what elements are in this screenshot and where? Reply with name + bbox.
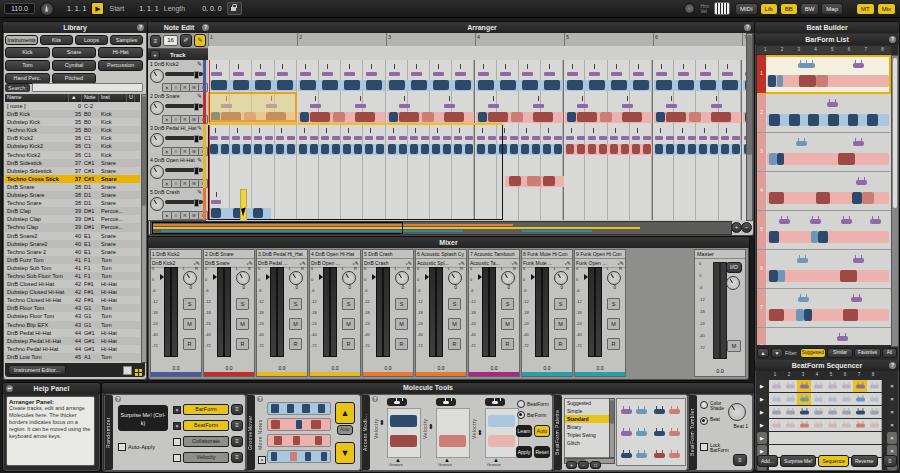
note-block[interactable] (600, 112, 612, 122)
groove-auto-button[interactable]: Auto (337, 425, 353, 435)
mode-button-mt[interactable]: MT (856, 3, 875, 15)
accent-note[interactable] (277, 72, 288, 76)
note-block[interactable] (510, 144, 518, 154)
accent-note[interactable] (300, 72, 311, 76)
sequencer-cell[interactable] (839, 393, 854, 405)
library-help-icon[interactable]: ? (137, 24, 144, 31)
lock-button[interactable] (227, 2, 242, 15)
reset-button[interactable]: Reset (534, 446, 550, 458)
accent-note[interactable] (443, 136, 451, 140)
track-edit-icon[interactable]: ✎ (197, 188, 202, 195)
accent-note[interactable] (232, 136, 240, 140)
note-block[interactable] (533, 112, 553, 122)
mute-button[interactable]: M (554, 318, 567, 330)
playhead-marker-button[interactable]: ▶ (91, 2, 104, 15)
sequencer-cell[interactable] (783, 432, 798, 444)
column-header-0[interactable]: Name (5, 94, 69, 102)
note-block[interactable] (300, 80, 316, 90)
item-menu-button[interactable]: ≡ (231, 436, 243, 447)
sequencer-cell[interactable] (839, 432, 854, 444)
accent-note[interactable] (554, 136, 562, 140)
accent-note[interactable] (355, 104, 366, 108)
accent-radio-barform[interactable]: BarForm (517, 411, 546, 419)
accent-note[interactable] (265, 136, 273, 140)
note-block[interactable] (656, 112, 665, 122)
accent-note[interactable] (510, 136, 518, 140)
accent-note[interactable] (721, 136, 729, 140)
apply-button[interactable]: Apply (516, 446, 532, 458)
volume-value[interactable]: 0.0 (257, 365, 307, 371)
table-row[interactable]: Techno Clap39D#1Percus... (5, 223, 140, 231)
sequencer-cell[interactable] (839, 380, 854, 392)
note-block[interactable] (388, 144, 396, 154)
record-button[interactable]: R (607, 338, 620, 350)
track-knob[interactable] (150, 101, 164, 115)
note-block[interactable] (333, 112, 345, 122)
pan-knob[interactable] (395, 271, 409, 285)
solo-button[interactable]: S (607, 298, 620, 310)
arranger-overview[interactable] (150, 221, 732, 235)
fader-marker[interactable] (425, 274, 429, 280)
accent-note[interactable] (678, 72, 689, 76)
sequencer-help-icon[interactable]: ? (889, 362, 896, 369)
accent-note[interactable] (544, 72, 555, 76)
item-checkbox[interactable]: × (173, 406, 181, 414)
accent-glyph-button[interactable] (387, 398, 407, 406)
barform-row-2[interactable]: 2 (757, 94, 891, 133)
table-row[interactable]: Dubstep Kick35B0Kick (5, 118, 140, 126)
track-knob[interactable] (150, 133, 164, 147)
sequencer-cell[interactable] (825, 393, 840, 405)
table-row[interactable]: Dubstep Closed Hi-Hat42F#1Hi-Hat (5, 288, 140, 296)
note-block[interactable] (210, 144, 218, 154)
accent-note[interactable] (711, 104, 722, 108)
accent-note[interactable] (332, 136, 340, 140)
accent-glyph-button[interactable] (436, 398, 456, 406)
note-block[interactable] (711, 112, 731, 122)
note-block[interactable] (366, 80, 382, 90)
record-button[interactable]: R (501, 338, 514, 350)
column-header-1[interactable]: ▲ (69, 94, 82, 102)
table-row[interactable]: Dubstep Snare240E1Snare (5, 240, 140, 248)
pan-knob[interactable] (607, 271, 621, 285)
table-row[interactable]: Techno Snare 240E1Snare (5, 248, 140, 256)
note-block[interactable] (700, 80, 716, 90)
velocity-arrow-icon[interactable]: ⬍ (428, 423, 434, 431)
barform-row-4[interactable]: 4 (757, 172, 891, 211)
row-play-button[interactable]: ▶ (757, 380, 767, 392)
note-block[interactable] (567, 80, 583, 90)
add-track-button[interactable]: + (150, 50, 160, 60)
accent-note[interactable] (533, 104, 544, 108)
mode-button-mix[interactable]: Mix (877, 3, 896, 15)
sequencer-cell[interactable] (825, 406, 840, 418)
note-block[interactable] (332, 144, 340, 154)
accent-note[interactable] (365, 136, 373, 140)
sequencer-cell[interactable] (769, 432, 784, 444)
barform-scrollbar[interactable] (891, 55, 899, 347)
sequencer-cell[interactable] (797, 406, 812, 418)
note-edit-help-icon[interactable]: ? (202, 24, 209, 31)
note-block[interactable] (632, 144, 640, 154)
note-block[interactable] (455, 80, 471, 90)
help-titlebar[interactable]: ↩ Help Panel (3, 383, 100, 394)
accent-note[interactable] (621, 136, 629, 140)
note-block[interactable] (732, 144, 740, 154)
mute-button[interactable]: M (342, 318, 355, 330)
track-volume-slider[interactable] (165, 200, 203, 204)
solo-button[interactable]: S (448, 298, 461, 310)
tempo-display[interactable]: 110.0 (4, 3, 35, 14)
timeline-ruler[interactable]: 1234567 (208, 33, 746, 47)
note-block[interactable] (253, 208, 263, 218)
sequencer-cell[interactable] (797, 419, 812, 431)
note-block[interactable] (655, 144, 663, 154)
table-row[interactable]: DnB Clap39D#1Percus... (5, 207, 140, 215)
timeline-scratch-lane[interactable] (208, 46, 746, 61)
table-row[interactable]: DnB Low Tom45A1Tom (5, 353, 140, 361)
note-block[interactable] (721, 144, 729, 154)
category-tom[interactable]: Tom (5, 60, 50, 71)
sequencer-cell[interactable] (769, 419, 784, 431)
solo-button[interactable]: S (395, 298, 408, 310)
volume-value[interactable]: 0.0 (363, 365, 413, 371)
note-block[interactable] (509, 176, 521, 186)
sequencer-cell[interactable] (867, 406, 882, 418)
accent-note[interactable] (243, 136, 251, 140)
